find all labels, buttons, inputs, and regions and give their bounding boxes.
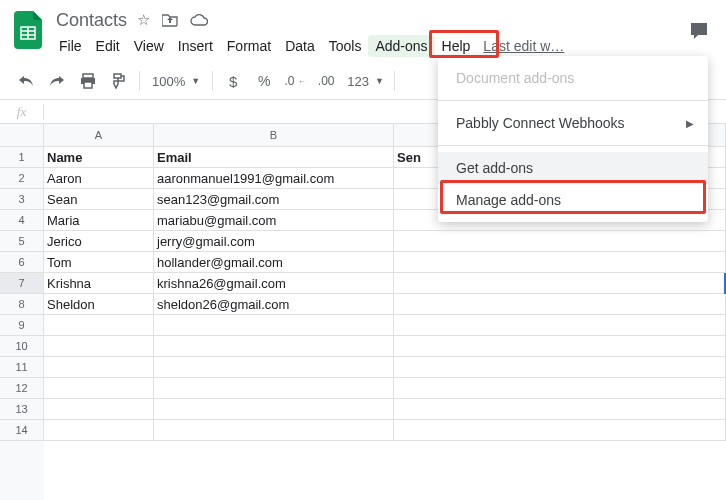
col-header-b[interactable]: B bbox=[154, 124, 394, 147]
row-header[interactable]: 14 bbox=[0, 420, 44, 441]
cell[interactable] bbox=[394, 399, 726, 420]
row-header[interactable]: 4 bbox=[0, 210, 44, 231]
cell[interactable]: Email bbox=[154, 147, 394, 168]
cell[interactable] bbox=[44, 315, 154, 336]
cell[interactable]: Jerico bbox=[44, 231, 154, 252]
row-header[interactable]: 6 bbox=[0, 252, 44, 273]
last-edit-link[interactable]: Last edit w… bbox=[483, 38, 564, 54]
row-header[interactable]: 2 bbox=[0, 168, 44, 189]
star-icon[interactable]: ☆ bbox=[137, 11, 150, 29]
cell[interactable]: Sheldon bbox=[44, 294, 154, 315]
row-header[interactable]: 8 bbox=[0, 294, 44, 315]
cell[interactable] bbox=[44, 399, 154, 420]
menu-tools[interactable]: Tools bbox=[322, 35, 369, 57]
cell[interactable] bbox=[44, 336, 154, 357]
cell[interactable] bbox=[154, 336, 394, 357]
zoom-value: 100% bbox=[152, 74, 185, 89]
number-format-value: 123 bbox=[347, 74, 369, 89]
chevron-right-icon: ▶ bbox=[686, 118, 694, 129]
cell[interactable] bbox=[154, 420, 394, 441]
addons-menu: Document add-ons Pabbly Connect Webhooks… bbox=[438, 56, 708, 222]
row-header[interactable]: 13 bbox=[0, 399, 44, 420]
increase-decimal-icon[interactable]: .00 bbox=[312, 67, 340, 95]
cell[interactable] bbox=[154, 315, 394, 336]
cell[interactable]: Tom bbox=[44, 252, 154, 273]
cell[interactable] bbox=[44, 378, 154, 399]
row-header[interactable]: 9 bbox=[0, 315, 44, 336]
row-header[interactable]: 12 bbox=[0, 378, 44, 399]
select-all-corner[interactable] bbox=[0, 124, 44, 147]
cell[interactable]: krishna26@gmail.com bbox=[154, 273, 394, 294]
cell[interactable] bbox=[154, 399, 394, 420]
print-icon[interactable] bbox=[74, 67, 102, 95]
menu-view[interactable]: View bbox=[127, 35, 171, 57]
zoom-select[interactable]: 100%▼ bbox=[146, 74, 206, 89]
cell[interactable]: Maria bbox=[44, 210, 154, 231]
row-header[interactable]: 1 bbox=[0, 147, 44, 168]
cell[interactable] bbox=[44, 357, 154, 378]
menu-item-get-addons[interactable]: Get add-ons bbox=[438, 152, 708, 184]
menu-data[interactable]: Data bbox=[278, 35, 322, 57]
menu-item-manage-addons[interactable]: Manage add-ons bbox=[438, 184, 708, 216]
menu-item-document-addons[interactable]: Document add-ons bbox=[438, 62, 708, 94]
cloud-status-icon[interactable] bbox=[190, 14, 208, 26]
cell[interactable]: hollander@gmail.com bbox=[154, 252, 394, 273]
menu-separator bbox=[438, 145, 708, 146]
menu-bar: File Edit View Insert Format Data Tools … bbox=[52, 34, 716, 58]
comments-icon[interactable] bbox=[688, 20, 710, 45]
row-header[interactable]: 7 bbox=[0, 273, 44, 294]
svg-rect-6 bbox=[84, 82, 92, 88]
cell[interactable] bbox=[394, 252, 726, 273]
cell[interactable] bbox=[394, 315, 726, 336]
cell[interactable]: jerry@gmail.com bbox=[154, 231, 394, 252]
percent-icon[interactable]: % bbox=[250, 67, 278, 95]
cell[interactable] bbox=[394, 231, 726, 252]
cell[interactable] bbox=[154, 357, 394, 378]
cell[interactable] bbox=[394, 294, 726, 315]
undo-icon[interactable] bbox=[12, 67, 40, 95]
number-format-select[interactable]: 123▼ bbox=[343, 74, 388, 89]
menu-item-pabbly[interactable]: Pabbly Connect Webhooks▶ bbox=[438, 107, 708, 139]
svg-rect-4 bbox=[83, 74, 93, 78]
move-icon[interactable] bbox=[162, 13, 178, 27]
cell[interactable] bbox=[154, 378, 394, 399]
fx-label: fx bbox=[0, 104, 44, 120]
row-header[interactable]: 3 bbox=[0, 189, 44, 210]
cell[interactable]: Aaron bbox=[44, 168, 154, 189]
cell[interactable]: sheldon26@gmail.com bbox=[154, 294, 394, 315]
cell[interactable] bbox=[394, 336, 726, 357]
sheets-logo[interactable] bbox=[10, 6, 46, 54]
cell[interactable]: Sean bbox=[44, 189, 154, 210]
cell[interactable]: sean123@gmail.com bbox=[154, 189, 394, 210]
cell[interactable]: Krishna bbox=[44, 273, 154, 294]
chevron-down-icon: ▼ bbox=[375, 76, 384, 86]
row-header[interactable]: 5 bbox=[0, 231, 44, 252]
cell[interactable]: mariabu@gmail.com bbox=[154, 210, 394, 231]
cell[interactable] bbox=[44, 420, 154, 441]
menu-help[interactable]: Help bbox=[435, 35, 478, 57]
row-header[interactable]: 10 bbox=[0, 336, 44, 357]
menu-addons[interactable]: Add-ons bbox=[368, 35, 434, 57]
redo-icon[interactable] bbox=[43, 67, 71, 95]
menu-edit[interactable]: Edit bbox=[89, 35, 127, 57]
menu-separator bbox=[438, 100, 708, 101]
cell[interactable] bbox=[394, 273, 726, 294]
cell[interactable] bbox=[394, 420, 726, 441]
col-header-a[interactable]: A bbox=[44, 124, 154, 147]
chevron-down-icon: ▼ bbox=[191, 76, 200, 86]
paint-format-icon[interactable] bbox=[105, 67, 133, 95]
menu-format[interactable]: Format bbox=[220, 35, 278, 57]
cell[interactable] bbox=[394, 378, 726, 399]
doc-title[interactable]: Contacts bbox=[52, 9, 131, 32]
row-header[interactable]: 11 bbox=[0, 357, 44, 378]
cell[interactable] bbox=[394, 357, 726, 378]
menu-file[interactable]: File bbox=[52, 35, 89, 57]
currency-icon[interactable]: $ bbox=[219, 67, 247, 95]
cell[interactable]: Name bbox=[44, 147, 154, 168]
cell[interactable]: aaronmanuel1991@gmail.com bbox=[154, 168, 394, 189]
menu-insert[interactable]: Insert bbox=[171, 35, 220, 57]
decrease-decimal-icon[interactable]: .0 ← bbox=[281, 67, 309, 95]
